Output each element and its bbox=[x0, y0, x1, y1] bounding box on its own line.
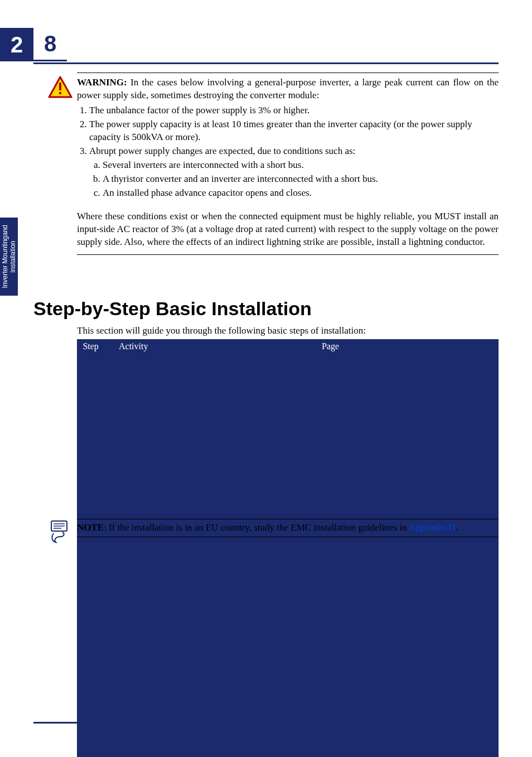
warning-paragraph: Where these conditions exist or when the… bbox=[77, 210, 499, 249]
chapter-tab: 2 8 bbox=[0, 28, 67, 61]
svg-rect-2 bbox=[59, 92, 61, 94]
note-body-pre: : If the installation is in an EU countr… bbox=[104, 522, 409, 533]
warning-list: The unbalance factor of the power supply… bbox=[89, 104, 499, 200]
warning-block: WARNING: In the cases below involving a … bbox=[77, 73, 499, 255]
svg-rect-1 bbox=[59, 83, 61, 90]
th-page: Page bbox=[163, 340, 499, 758]
page-sub-number: 8 bbox=[33, 28, 67, 61]
note-icon bbox=[48, 520, 70, 543]
note-block: NOTE: If the installation is in an EU co… bbox=[77, 519, 499, 537]
warning-sub-c: An installed phase advance capacitor ope… bbox=[103, 187, 499, 200]
warning-item-1: The unbalance factor of the power supply… bbox=[89, 104, 499, 117]
steps-table: Step Activity Page 1Choose a mounting lo… bbox=[77, 339, 499, 757]
warning-icon bbox=[48, 76, 72, 98]
th-step: Step bbox=[78, 340, 104, 758]
warning-item-3-text: Abrupt power supply changes are expected… bbox=[89, 146, 355, 156]
warning-item-3: Abrupt power supply changes are expected… bbox=[89, 145, 499, 200]
note-lead: NOTE bbox=[77, 522, 104, 533]
bottom-rule bbox=[33, 722, 499, 724]
side-tab-label: Inverter Mountingand installation bbox=[1, 225, 17, 288]
section-heading: Step-by-Step Basic Installation bbox=[33, 298, 499, 320]
warning-intro: WARNING: In the cases below involving a … bbox=[77, 76, 499, 102]
warning-item-2: The power supply capacity is at least 10… bbox=[89, 118, 499, 144]
side-tab: Inverter Mountingand installation bbox=[0, 218, 18, 296]
warning-sub-a: Several inverters are interconnected wit… bbox=[103, 159, 499, 172]
chapter-number: 2 bbox=[0, 28, 33, 61]
steps-table-wrap: Step Activity Page 1Choose a mounting lo… bbox=[77, 339, 499, 757]
warning-sub-b: A thyristor converter and an inverter ar… bbox=[103, 173, 499, 186]
top-rule bbox=[33, 62, 499, 64]
warning-lead: WARNING: bbox=[77, 77, 127, 88]
section-intro: This section will guide you through the … bbox=[77, 325, 499, 337]
warning-sublist: Several inverters are interconnected wit… bbox=[103, 159, 499, 200]
th-activity: Activity bbox=[104, 340, 163, 758]
note-text: NOTE: If the installation is in an EU co… bbox=[77, 522, 499, 534]
note-body-post: . bbox=[455, 522, 457, 533]
warning-body: In the cases below involving a general-p… bbox=[77, 77, 499, 100]
note-link[interactable]: Appendix D bbox=[409, 522, 456, 533]
